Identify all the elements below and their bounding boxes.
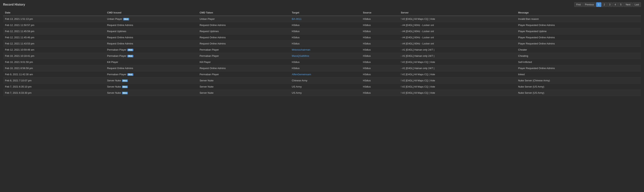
cell-cmd-taken: Permaban Player bbox=[198, 53, 290, 59]
table-row: Feb 12, 2021 11:43:53 pmRequest Online A… bbox=[3, 41, 641, 47]
cell-server: ! #2 [E4GL] All Maps CQ | Vote bbox=[399, 59, 516, 65]
cell-target: US Army bbox=[290, 84, 361, 90]
cell-message: Invalid Ban reason bbox=[516, 16, 641, 22]
cell-cmd-issued: Server NukeWeb bbox=[105, 90, 198, 96]
page-title: Record History bbox=[3, 3, 25, 6]
cell-message: Nuke Server (US Army) bbox=[516, 90, 641, 96]
cell-message: linked bbox=[516, 71, 641, 78]
cell-cmd-taken: Kill Player bbox=[198, 59, 290, 65]
table-row: Feb 10, 2021 10:18:41 pmPermaban PlayerW… bbox=[3, 53, 641, 59]
header-row-tr: Date CMD Issued CMD Taken Target Source … bbox=[3, 10, 641, 16]
web-badge: Web bbox=[128, 49, 133, 51]
cell-cmd-issued: Request Online Admins bbox=[105, 41, 198, 47]
cell-server: - #4 [E4GL] 60Hz - Locker onl bbox=[399, 41, 516, 47]
cell-target: H3dius bbox=[290, 59, 361, 65]
cell-server: - #4 [E4GL] 60Hz - Locker onl bbox=[399, 28, 516, 35]
target-link[interactable]: MaraQSaltMine bbox=[292, 54, 309, 57]
cell-cmd-issued: Request Online Admins bbox=[105, 35, 198, 41]
col-date: Date bbox=[3, 10, 105, 16]
cell-source: H3dius bbox=[361, 47, 399, 53]
cell-source: H3dius bbox=[361, 16, 399, 22]
cell-message: Player Requested Online Admins bbox=[516, 41, 641, 47]
cell-target: H3dius bbox=[290, 22, 361, 28]
cell-server: - #1 [E4GL] Hainan only 24/7 | bbox=[399, 47, 516, 53]
cell-cmd-issued: Permaban PlayerWeb bbox=[105, 53, 198, 59]
last-button[interactable]: Last bbox=[633, 2, 641, 7]
table-row: Feb 10, 2021 9:01:59 pmKill PlayerKill P… bbox=[3, 59, 641, 65]
cell-source: H3dius bbox=[361, 35, 399, 41]
cell-source: H3dius bbox=[361, 71, 399, 78]
cell-cmd-issued: Permaban PlayerWeb bbox=[105, 47, 198, 53]
cell-cmd-taken: Permaban Player bbox=[198, 47, 290, 53]
cell-target[interactable]: Mrbosschairman bbox=[290, 47, 361, 53]
cell-cmd-taken: Request Online Admins bbox=[198, 65, 290, 71]
cell-cmd-issued: Request Online Admins bbox=[105, 22, 198, 28]
cell-cmd-taken: Request Uptimes bbox=[198, 28, 290, 35]
cell-date: Feb 7, 2021 6:35:10 pm bbox=[3, 84, 105, 90]
next-button[interactable]: Next bbox=[624, 2, 632, 7]
cell-message: Nuke Server (US Army) bbox=[516, 84, 641, 90]
cell-message: Player Requested Online Admins bbox=[516, 35, 641, 41]
cell-date: Feb 12, 2021 11:43:53 pm bbox=[3, 41, 105, 47]
cell-cmd-issued: Kill Player bbox=[105, 59, 198, 65]
cell-cmd-taken: Request Online Admins bbox=[198, 35, 290, 41]
table-row: Feb 10, 2021 8:56:59 pmRequest Online Ad… bbox=[3, 65, 641, 71]
cell-target: US Army bbox=[290, 90, 361, 96]
cell-target: H3dius bbox=[290, 41, 361, 47]
cell-cmd-issued: Request Uptimes bbox=[105, 28, 198, 35]
table-body: Feb 13, 2021 1:51:13 pmUnban PlayerWebUn… bbox=[3, 16, 641, 96]
cell-date: Feb 10, 2021 10:18:41 pm bbox=[3, 53, 105, 59]
table-header: Date CMD Issued CMD Taken Target Source … bbox=[3, 10, 641, 16]
cell-cmd-taken: Server Nuke bbox=[198, 90, 290, 96]
page-2-button[interactable]: 2 bbox=[602, 2, 607, 7]
cell-source: H3dius bbox=[361, 41, 399, 47]
cell-server: - #4 [E4GL] 60Hz - Locker onl bbox=[399, 22, 516, 28]
cell-target: H3dius bbox=[290, 28, 361, 35]
cell-target[interactable]: MaraQSaltMine bbox=[290, 53, 361, 59]
cell-source: H3dius bbox=[361, 22, 399, 28]
cell-cmd-issued: Server NukeWeb bbox=[105, 78, 198, 84]
header-row: Record History First Previous 1 2 3 4 5 … bbox=[3, 2, 641, 7]
cell-date: Feb 10, 2021 9:01:59 pm bbox=[3, 59, 105, 65]
page-1-button[interactable]: 1 bbox=[596, 2, 601, 7]
cell-cmd-taken: Server Nuke bbox=[198, 84, 290, 90]
table-row: Feb 13, 2021 1:51:13 pmUnban PlayerWebUn… bbox=[3, 16, 641, 22]
page-4-button[interactable]: 4 bbox=[613, 2, 618, 7]
cell-date: Feb 13, 2021 1:51:13 pm bbox=[3, 16, 105, 22]
col-server: Server bbox=[399, 10, 516, 16]
web-badge: Web bbox=[122, 79, 128, 82]
col-cmd-issued: CMD Issued bbox=[105, 10, 198, 16]
cell-cmd-taken: Server Nuke bbox=[198, 78, 290, 84]
cell-date: Feb 8, 2021 7:10:07 pm bbox=[3, 78, 105, 84]
target-link[interactable]: AffenGemeinsam bbox=[292, 73, 311, 76]
cell-cmd-taken: Request Online Admins bbox=[198, 22, 290, 28]
cell-source: H3dius bbox=[361, 53, 399, 59]
cell-cmd-issued: Unban PlayerWeb bbox=[105, 16, 198, 22]
cell-target[interactable]: AffenGemeinsam bbox=[290, 71, 361, 78]
col-message: Message bbox=[516, 10, 641, 16]
cell-server: ! #2 [E4GL] All Maps CQ | Vote bbox=[399, 16, 516, 22]
records-table: Date CMD Issued CMD Taken Target Source … bbox=[3, 10, 641, 96]
target-link[interactable]: BA-0011 bbox=[292, 18, 302, 20]
cell-server: - #4 [E4GL] 60Hz - Locker onl bbox=[399, 35, 516, 41]
first-button[interactable]: First bbox=[574, 2, 582, 7]
cell-source: H3dius bbox=[361, 84, 399, 90]
page-5-button[interactable]: 5 bbox=[618, 2, 624, 7]
cell-date: Feb 12, 2021 11:50:57 pm bbox=[3, 22, 105, 28]
table-row: Feb 12, 2021 11:50:57 pmRequest Online A… bbox=[3, 22, 641, 28]
cell-target[interactable]: BA-0011 bbox=[290, 16, 361, 22]
cell-cmd-taken: Unban Player bbox=[198, 16, 290, 22]
web-badge: Web bbox=[128, 55, 133, 57]
table-row: Feb 12, 2021 11:45:46 pmRequest Online A… bbox=[3, 35, 641, 41]
cell-message: Player Requested Online Admins bbox=[516, 65, 641, 71]
cell-date: Feb 9, 2021 11:42:30 am bbox=[3, 71, 105, 78]
cell-source: H3dius bbox=[361, 28, 399, 35]
target-link[interactable]: Mrbosschairman bbox=[292, 48, 310, 51]
web-badge: Web bbox=[122, 86, 128, 88]
cell-message: Player Requested Uptime bbox=[516, 28, 641, 35]
cell-date: Feb 10, 2021 8:56:59 pm bbox=[3, 65, 105, 71]
web-badge: Web bbox=[128, 73, 133, 76]
cell-message: Cheater bbox=[516, 47, 641, 53]
page-3-button[interactable]: 3 bbox=[607, 2, 612, 7]
previous-button[interactable]: Previous bbox=[583, 2, 596, 7]
